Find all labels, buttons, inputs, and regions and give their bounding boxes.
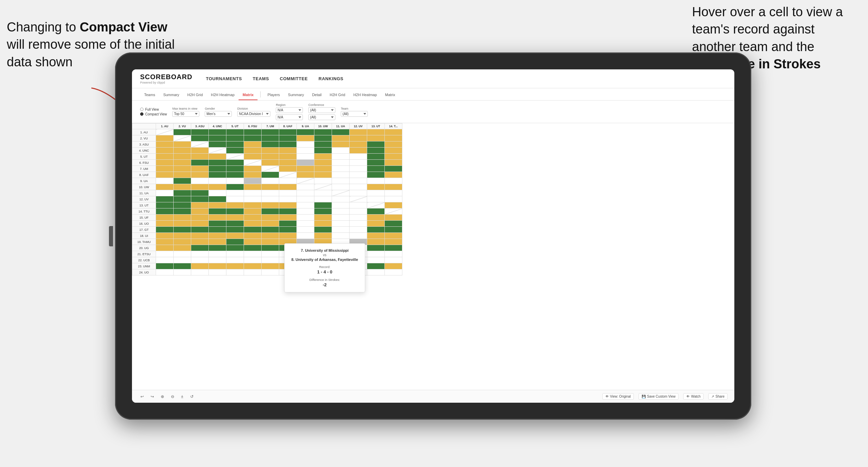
matrix-cell[interactable]: [174, 129, 191, 135]
matrix-cell[interactable]: [244, 160, 262, 166]
matrix-cell[interactable]: [297, 166, 314, 172]
matrix-cell[interactable]: [262, 196, 279, 202]
matrix-cell[interactable]: [156, 227, 174, 233]
matrix-cell[interactable]: [191, 245, 209, 251]
matrix-cell[interactable]: [314, 215, 332, 221]
matrix-cell[interactable]: [279, 154, 297, 160]
matrix-cell[interactable]: [297, 160, 314, 166]
matrix-cell[interactable]: [262, 221, 279, 227]
matrix-cell[interactable]: [385, 239, 402, 245]
matrix-cell[interactable]: [209, 184, 226, 190]
matrix-cell[interactable]: [350, 196, 367, 202]
conference-select1[interactable]: (All): [308, 107, 335, 113]
matrix-cell[interactable]: [367, 257, 385, 263]
matrix-cell[interactable]: [226, 208, 244, 215]
matrix-cell[interactable]: [367, 233, 385, 239]
matrix-cell[interactable]: [367, 269, 385, 275]
matrix-cell[interactable]: [191, 208, 209, 215]
reset-icon[interactable]: ↺: [188, 394, 195, 400]
matrix-cell[interactable]: [314, 227, 332, 233]
matrix-cell[interactable]: [226, 257, 244, 263]
matrix-cell[interactable]: [244, 251, 262, 257]
matrix-cell[interactable]: [174, 172, 191, 178]
matrix-cell[interactable]: [191, 221, 209, 227]
matrix-cell[interactable]: [279, 190, 297, 196]
matrix-cell[interactable]: [244, 148, 262, 154]
matrix-cell[interactable]: [174, 148, 191, 154]
matrix-cell[interactable]: [209, 160, 226, 166]
matrix-cell[interactable]: [262, 141, 279, 148]
matrix-cell[interactable]: [209, 178, 226, 184]
matrix-cell[interactable]: [350, 154, 367, 160]
matrix-cell[interactable]: [156, 129, 174, 135]
matrix-cell[interactable]: [332, 148, 350, 154]
matrix-cell[interactable]: [156, 221, 174, 227]
matrix-cell[interactable]: [174, 227, 191, 233]
matrix-cell[interactable]: [226, 269, 244, 275]
matrix-cell[interactable]: [279, 178, 297, 184]
matrix-cell[interactable]: [191, 148, 209, 154]
matrix-cell[interactable]: [297, 233, 314, 239]
matrix-cell[interactable]: [174, 202, 191, 208]
matrix-cell[interactable]: [350, 160, 367, 166]
matrix-cell[interactable]: [156, 269, 174, 275]
matrix-cell[interactable]: [209, 129, 226, 135]
matrix-cell[interactable]: [314, 221, 332, 227]
matrix-cell[interactable]: [262, 129, 279, 135]
matrix-cell[interactable]: [279, 202, 297, 208]
matrix-cell[interactable]: [244, 245, 262, 251]
nav-tournaments[interactable]: TOURNAMENTS: [206, 75, 242, 83]
division-select[interactable]: NCAA Division I NCAA Division II: [237, 111, 270, 117]
matrix-cell[interactable]: [156, 135, 174, 141]
matrix-cell[interactable]: [191, 184, 209, 190]
matrix-cell[interactable]: [244, 215, 262, 221]
matrix-cell[interactable]: [156, 184, 174, 190]
matrix-cell[interactable]: [367, 141, 385, 148]
matrix-cell[interactable]: [367, 263, 385, 269]
matrix-cell[interactable]: [385, 141, 402, 148]
matrix-cell[interactable]: [209, 141, 226, 148]
matrix-cell[interactable]: [385, 251, 402, 257]
save-custom-button[interactable]: 💾 Save Custom View: [639, 393, 678, 400]
matrix-cell[interactable]: [174, 245, 191, 251]
matrix-cell[interactable]: [174, 166, 191, 172]
matrix-cell[interactable]: [262, 257, 279, 263]
matrix-cell[interactable]: [191, 166, 209, 172]
matrix-cell[interactable]: [226, 178, 244, 184]
matrix-cell[interactable]: [385, 263, 402, 269]
matrix-cell[interactable]: [244, 154, 262, 160]
matrix-cell[interactable]: [367, 178, 385, 184]
matrix-cell[interactable]: [191, 257, 209, 263]
matrix-cell[interactable]: [332, 154, 350, 160]
matrix-cell[interactable]: [262, 208, 279, 215]
matrix-cell[interactable]: [156, 178, 174, 184]
compact-view-radio[interactable]: Compact View: [140, 112, 167, 116]
matrix-cell[interactable]: [279, 129, 297, 135]
matrix-cell[interactable]: [385, 269, 402, 275]
matrix-cell[interactable]: [156, 215, 174, 221]
matrix-cell[interactable]: [244, 239, 262, 245]
matrix-cell[interactable]: [226, 172, 244, 178]
matrix-cell[interactable]: [191, 160, 209, 166]
matrix-container[interactable]: 1. AU 2. VU 3. ASU 4. UNC 5. UT 6. FSU 7…: [132, 123, 734, 390]
matrix-cell[interactable]: [367, 221, 385, 227]
matrix-cell[interactable]: [385, 196, 402, 202]
matrix-cell[interactable]: [156, 245, 174, 251]
matrix-cell[interactable]: [367, 208, 385, 215]
nav-teams[interactable]: TEAMS: [253, 75, 269, 83]
matrix-cell[interactable]: [209, 166, 226, 172]
matrix-cell[interactable]: [191, 239, 209, 245]
matrix-cell[interactable]: [367, 129, 385, 135]
matrix-cell[interactable]: [332, 221, 350, 227]
matrix-cell[interactable]: [367, 160, 385, 166]
matrix-cell[interactable]: [156, 190, 174, 196]
matrix-cell[interactable]: [279, 160, 297, 166]
matrix-cell[interactable]: [174, 251, 191, 257]
matrix-cell[interactable]: [262, 148, 279, 154]
matrix-cell[interactable]: [297, 154, 314, 160]
matrix-cell[interactable]: [279, 227, 297, 233]
matrix-cell[interactable]: [297, 208, 314, 215]
matrix-cell[interactable]: [209, 154, 226, 160]
matrix-cell[interactable]: [156, 202, 174, 208]
matrix-cell[interactable]: [297, 135, 314, 141]
